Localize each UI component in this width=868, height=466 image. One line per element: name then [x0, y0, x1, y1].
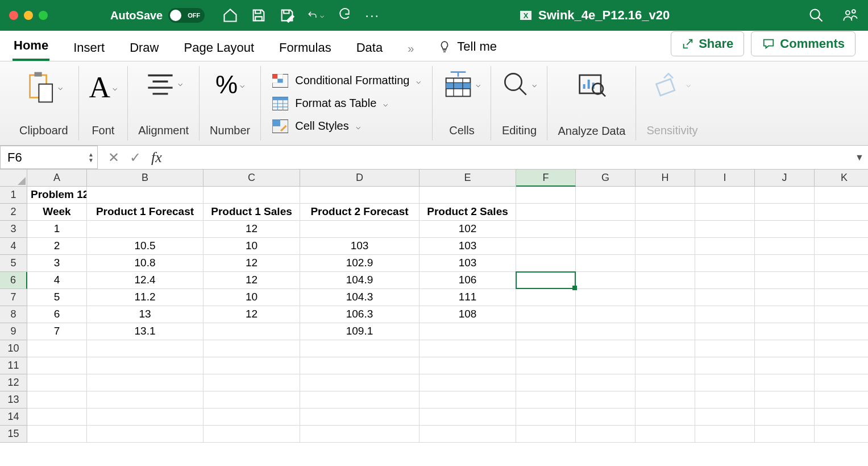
cell-E2[interactable]: Product 2 Sales	[420, 204, 516, 221]
column-header-J[interactable]: J	[755, 170, 815, 187]
select-all-corner[interactable]	[0, 170, 27, 187]
cell-K4[interactable]	[815, 238, 868, 255]
cell-B8[interactable]: 13	[87, 306, 203, 323]
row-header-7[interactable]: 7	[0, 289, 27, 306]
cell-I8[interactable]	[695, 306, 755, 323]
cell-G15[interactable]	[576, 426, 636, 443]
row-header-11[interactable]: 11	[0, 357, 27, 374]
tab-data[interactable]: Data	[355, 34, 384, 61]
cell-F9[interactable]	[516, 323, 576, 340]
cell-A11[interactable]	[27, 357, 87, 374]
cell-F1[interactable]	[516, 187, 576, 204]
cell-styles-button[interactable]: Cell Styles ⌵	[272, 117, 360, 135]
cell-K3[interactable]	[815, 221, 868, 238]
cell-D2[interactable]: Product 2 Forecast	[300, 204, 420, 221]
cell-C14[interactable]	[203, 409, 300, 426]
cell-J2[interactable]	[755, 204, 815, 221]
font-button[interactable]: A ⌵	[89, 71, 118, 104]
cell-A15[interactable]	[27, 426, 87, 443]
row-header-15[interactable]: 15	[0, 426, 27, 443]
close-window-button[interactable]	[9, 11, 18, 20]
cell-G7[interactable]	[576, 289, 636, 306]
column-header-D[interactable]: D	[300, 170, 420, 187]
cell-I6[interactable]	[695, 272, 755, 289]
cell-F2[interactable]	[516, 204, 576, 221]
sensitivity-button[interactable]: ⌵	[653, 71, 691, 98]
cell-C11[interactable]	[203, 357, 300, 374]
cell-I1[interactable]	[695, 187, 755, 204]
row-header-1[interactable]: 1	[0, 187, 27, 204]
cell-H4[interactable]	[636, 238, 695, 255]
cell-K8[interactable]	[815, 306, 868, 323]
cells-area[interactable]: Problem 12.16WeekProduct 1 ForecastProdu…	[27, 187, 868, 443]
cell-K14[interactable]	[815, 409, 868, 426]
cell-E12[interactable]	[420, 374, 516, 391]
cell-I12[interactable]	[695, 374, 755, 391]
cell-H15[interactable]	[636, 426, 695, 443]
cell-F5[interactable]	[516, 255, 576, 272]
cell-J13[interactable]	[755, 391, 815, 409]
cell-A4[interactable]: 2	[27, 238, 87, 255]
column-header-A[interactable]: A	[27, 170, 87, 187]
cell-E1[interactable]	[420, 187, 516, 204]
cell-D12[interactable]	[300, 374, 420, 391]
cell-C12[interactable]	[203, 374, 300, 391]
cell-G8[interactable]	[576, 306, 636, 323]
cell-J9[interactable]	[755, 323, 815, 340]
row-header-9[interactable]: 9	[0, 323, 27, 340]
cell-B4[interactable]: 10.5	[87, 238, 203, 255]
column-header-E[interactable]: E	[420, 170, 516, 187]
name-box[interactable]: F6 ▲▼	[0, 146, 98, 169]
cell-B15[interactable]	[87, 426, 203, 443]
cell-F12[interactable]	[516, 374, 576, 391]
number-button[interactable]: % ⌵	[215, 71, 244, 99]
cell-D9[interactable]: 109.1	[300, 323, 420, 340]
cell-E13[interactable]	[420, 391, 516, 409]
accept-formula-icon[interactable]: ✓	[130, 150, 141, 166]
cell-K12[interactable]	[815, 374, 868, 391]
cell-B1[interactable]	[87, 187, 203, 204]
cell-F13[interactable]	[516, 391, 576, 409]
cell-J1[interactable]	[755, 187, 815, 204]
cell-E14[interactable]	[420, 409, 516, 426]
cells-button[interactable]: ⌵	[443, 71, 480, 98]
cell-F6[interactable]	[516, 272, 576, 289]
cell-D5[interactable]: 102.9	[300, 255, 420, 272]
cell-J14[interactable]	[755, 409, 815, 426]
redo-icon[interactable]	[335, 7, 352, 24]
format-as-table-button[interactable]: Format as Table ⌵	[272, 94, 388, 113]
cell-K11[interactable]	[815, 357, 868, 374]
cell-B2[interactable]: Product 1 Forecast	[87, 204, 203, 221]
tell-me[interactable]: Tell me	[438, 39, 497, 61]
cell-F7[interactable]	[516, 289, 576, 306]
cell-I11[interactable]	[695, 357, 755, 374]
cell-K2[interactable]	[815, 204, 868, 221]
cell-A14[interactable]	[27, 409, 87, 426]
cell-G6[interactable]	[576, 272, 636, 289]
cell-D14[interactable]	[300, 409, 420, 426]
analyze-data-button[interactable]	[576, 71, 607, 98]
cell-E7[interactable]: 111	[420, 289, 516, 306]
cell-H9[interactable]	[636, 323, 695, 340]
cell-C10[interactable]	[203, 340, 300, 357]
column-header-I[interactable]: I	[695, 170, 755, 187]
cell-J3[interactable]	[755, 221, 815, 238]
cell-D13[interactable]	[300, 391, 420, 409]
cell-J10[interactable]	[755, 340, 815, 357]
tab-home[interactable]: Home	[13, 31, 49, 61]
cell-D7[interactable]: 104.3	[300, 289, 420, 306]
cell-K5[interactable]	[815, 255, 868, 272]
cell-I10[interactable]	[695, 340, 755, 357]
row-header-4[interactable]: 4	[0, 238, 27, 255]
cell-A2[interactable]: Week	[27, 204, 87, 221]
autosave-toggle[interactable]: OFF	[168, 8, 205, 23]
cell-E9[interactable]	[420, 323, 516, 340]
cell-K7[interactable]	[815, 289, 868, 306]
cell-B10[interactable]	[87, 340, 203, 357]
maximize-window-button[interactable]	[39, 11, 48, 20]
cell-G5[interactable]	[576, 255, 636, 272]
cell-A6[interactable]: 4	[27, 272, 87, 289]
cell-A10[interactable]	[27, 340, 87, 357]
cell-E4[interactable]: 103	[420, 238, 516, 255]
cell-C8[interactable]: 12	[203, 306, 300, 323]
